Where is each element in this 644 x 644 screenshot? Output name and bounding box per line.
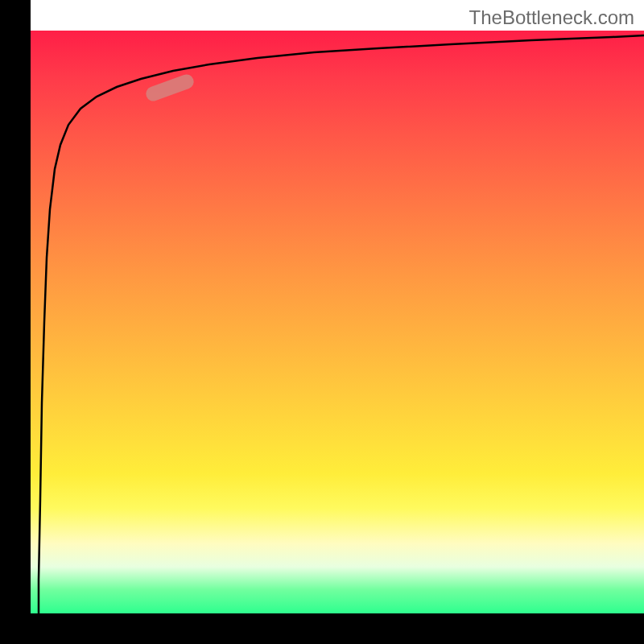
bottleneck-curve bbox=[0, 0, 644, 644]
watermark-text: TheBottleneck.com bbox=[469, 6, 634, 29]
chart-container: TheBottleneck.com bbox=[0, 0, 644, 644]
